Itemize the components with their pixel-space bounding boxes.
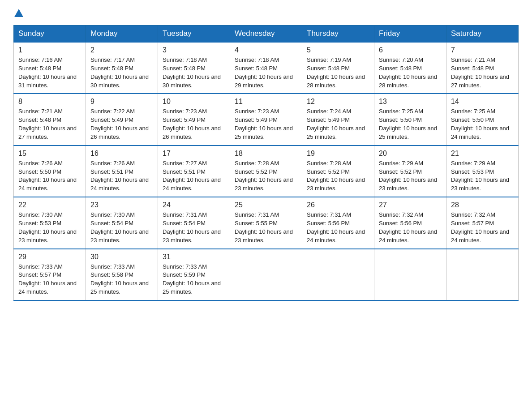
calendar-week-row: 29 Sunrise: 7:33 AMSunset: 5:57 PMDaylig…	[14, 249, 519, 300]
calendar-cell: 22 Sunrise: 7:30 AMSunset: 5:53 PMDaylig…	[14, 197, 86, 248]
day-info: Sunrise: 7:23 AMSunset: 5:49 PMDaylight:…	[235, 107, 297, 141]
calendar-header-saturday: Saturday	[446, 26, 519, 43]
day-info: Sunrise: 7:26 AMSunset: 5:51 PMDaylight:…	[90, 159, 153, 193]
day-number: 27	[379, 201, 442, 209]
day-number: 10	[163, 98, 225, 106]
day-number: 3	[163, 46, 225, 54]
calendar-cell: 8 Sunrise: 7:21 AMSunset: 5:48 PMDayligh…	[14, 94, 86, 145]
calendar-cell: 11 Sunrise: 7:23 AMSunset: 5:49 PMDaylig…	[230, 94, 302, 145]
day-number: 30	[90, 253, 153, 261]
calendar-cell: 4 Sunrise: 7:18 AMSunset: 5:48 PMDayligh…	[230, 42, 302, 94]
calendar-cell: 16 Sunrise: 7:26 AMSunset: 5:51 PMDaylig…	[86, 146, 158, 197]
day-number: 17	[163, 150, 225, 158]
calendar-cell: 31 Sunrise: 7:33 AMSunset: 5:59 PMDaylig…	[158, 249, 230, 300]
day-number: 15	[18, 150, 81, 158]
day-number: 12	[307, 98, 369, 106]
calendar-header-monday: Monday	[86, 26, 158, 43]
day-number: 6	[379, 46, 442, 54]
calendar-cell: 9 Sunrise: 7:22 AMSunset: 5:49 PMDayligh…	[86, 94, 158, 145]
day-number: 20	[379, 150, 442, 158]
day-number: 26	[307, 201, 369, 209]
day-number: 4	[235, 46, 297, 54]
calendar-cell: 27 Sunrise: 7:32 AMSunset: 5:56 PMDaylig…	[374, 197, 446, 248]
day-number: 24	[163, 201, 225, 209]
day-number: 11	[235, 98, 297, 106]
day-number: 31	[163, 253, 225, 261]
day-number: 18	[235, 150, 297, 158]
calendar-cell: 29 Sunrise: 7:33 AMSunset: 5:57 PMDaylig…	[14, 249, 86, 300]
day-number: 5	[307, 46, 369, 54]
day-info: Sunrise: 7:25 AMSunset: 5:50 PMDaylight:…	[451, 107, 514, 141]
day-info: Sunrise: 7:21 AMSunset: 5:48 PMDaylight:…	[451, 56, 514, 90]
day-info: Sunrise: 7:29 AMSunset: 5:53 PMDaylight:…	[451, 159, 514, 193]
calendar-cell: 12 Sunrise: 7:24 AMSunset: 5:49 PMDaylig…	[302, 94, 374, 145]
calendar-cell: 14 Sunrise: 7:25 AMSunset: 5:50 PMDaylig…	[446, 94, 519, 145]
day-info: Sunrise: 7:27 AMSunset: 5:51 PMDaylight:…	[163, 159, 225, 193]
day-info: Sunrise: 7:33 AMSunset: 5:58 PMDaylight:…	[90, 263, 153, 296]
day-number: 1	[18, 46, 81, 54]
calendar-cell: 5 Sunrise: 7:19 AMSunset: 5:48 PMDayligh…	[302, 42, 374, 94]
day-number: 25	[235, 201, 297, 209]
day-info: Sunrise: 7:30 AMSunset: 5:54 PMDaylight:…	[90, 211, 153, 244]
day-info: Sunrise: 7:30 AMSunset: 5:53 PMDaylight:…	[18, 211, 81, 244]
day-info: Sunrise: 7:26 AMSunset: 5:50 PMDaylight:…	[18, 159, 81, 193]
calendar-cell	[230, 249, 302, 300]
calendar-cell: 7 Sunrise: 7:21 AMSunset: 5:48 PMDayligh…	[446, 42, 519, 94]
calendar-cell	[302, 249, 374, 300]
day-info: Sunrise: 7:29 AMSunset: 5:52 PMDaylight:…	[379, 159, 442, 193]
day-info: Sunrise: 7:22 AMSunset: 5:49 PMDaylight:…	[90, 107, 153, 141]
day-info: Sunrise: 7:31 AMSunset: 5:54 PMDaylight:…	[163, 211, 225, 244]
calendar-cell: 6 Sunrise: 7:20 AMSunset: 5:48 PMDayligh…	[374, 42, 446, 94]
day-info: Sunrise: 7:28 AMSunset: 5:52 PMDaylight:…	[235, 159, 297, 193]
calendar-header-friday: Friday	[374, 26, 446, 43]
calendar-header-row: SundayMondayTuesdayWednesdayThursdayFrid…	[14, 26, 519, 43]
day-info: Sunrise: 7:19 AMSunset: 5:48 PMDaylight:…	[307, 56, 369, 90]
day-info: Sunrise: 7:24 AMSunset: 5:49 PMDaylight:…	[307, 107, 369, 141]
calendar-cell: 24 Sunrise: 7:31 AMSunset: 5:54 PMDaylig…	[158, 197, 230, 248]
calendar-header-sunday: Sunday	[14, 26, 86, 43]
page-header	[13, 9, 519, 17]
day-info: Sunrise: 7:21 AMSunset: 5:48 PMDaylight:…	[18, 107, 81, 141]
day-number: 22	[18, 201, 81, 209]
calendar-cell: 25 Sunrise: 7:31 AMSunset: 5:55 PMDaylig…	[230, 197, 302, 248]
calendar-cell: 26 Sunrise: 7:31 AMSunset: 5:56 PMDaylig…	[302, 197, 374, 248]
day-info: Sunrise: 7:33 AMSunset: 5:59 PMDaylight:…	[163, 263, 225, 296]
calendar-cell: 23 Sunrise: 7:30 AMSunset: 5:54 PMDaylig…	[86, 197, 158, 248]
calendar-header-wednesday: Wednesday	[230, 26, 302, 43]
day-info: Sunrise: 7:33 AMSunset: 5:57 PMDaylight:…	[18, 263, 81, 296]
calendar-week-row: 15 Sunrise: 7:26 AMSunset: 5:50 PMDaylig…	[14, 146, 519, 197]
day-number: 28	[451, 201, 514, 209]
day-info: Sunrise: 7:28 AMSunset: 5:52 PMDaylight:…	[307, 159, 369, 193]
day-number: 14	[451, 98, 514, 106]
calendar-cell: 19 Sunrise: 7:28 AMSunset: 5:52 PMDaylig…	[302, 146, 374, 197]
day-info: Sunrise: 7:32 AMSunset: 5:56 PMDaylight:…	[379, 211, 442, 244]
day-number: 16	[90, 150, 153, 158]
logo	[13, 9, 24, 17]
day-info: Sunrise: 7:16 AMSunset: 5:48 PMDaylight:…	[18, 56, 81, 90]
calendar-cell: 15 Sunrise: 7:26 AMSunset: 5:50 PMDaylig…	[14, 146, 86, 197]
day-number: 29	[18, 253, 81, 261]
day-info: Sunrise: 7:20 AMSunset: 5:48 PMDaylight:…	[379, 56, 442, 90]
calendar-header-thursday: Thursday	[302, 26, 374, 43]
day-number: 2	[90, 46, 153, 54]
day-number: 21	[451, 150, 514, 158]
calendar-cell: 17 Sunrise: 7:27 AMSunset: 5:51 PMDaylig…	[158, 146, 230, 197]
calendar-cell: 28 Sunrise: 7:32 AMSunset: 5:57 PMDaylig…	[446, 197, 519, 248]
day-number: 23	[90, 201, 153, 209]
calendar-table: SundayMondayTuesdayWednesdayThursdayFrid…	[13, 25, 519, 301]
calendar-cell: 20 Sunrise: 7:29 AMSunset: 5:52 PMDaylig…	[374, 146, 446, 197]
calendar-cell: 2 Sunrise: 7:17 AMSunset: 5:48 PMDayligh…	[86, 42, 158, 94]
calendar-cell: 21 Sunrise: 7:29 AMSunset: 5:53 PMDaylig…	[446, 146, 519, 197]
logo-triangle-icon	[14, 9, 23, 17]
day-info: Sunrise: 7:31 AMSunset: 5:55 PMDaylight:…	[235, 211, 297, 244]
day-number: 19	[307, 150, 369, 158]
calendar-cell: 1 Sunrise: 7:16 AMSunset: 5:48 PMDayligh…	[14, 42, 86, 94]
day-number: 7	[451, 46, 514, 54]
day-info: Sunrise: 7:23 AMSunset: 5:49 PMDaylight:…	[163, 107, 225, 141]
calendar-cell	[446, 249, 519, 300]
day-number: 13	[379, 98, 442, 106]
day-info: Sunrise: 7:31 AMSunset: 5:56 PMDaylight:…	[307, 211, 369, 244]
calendar-week-row: 1 Sunrise: 7:16 AMSunset: 5:48 PMDayligh…	[14, 42, 519, 94]
calendar-week-row: 8 Sunrise: 7:21 AMSunset: 5:48 PMDayligh…	[14, 94, 519, 145]
day-info: Sunrise: 7:17 AMSunset: 5:48 PMDaylight:…	[90, 56, 153, 90]
